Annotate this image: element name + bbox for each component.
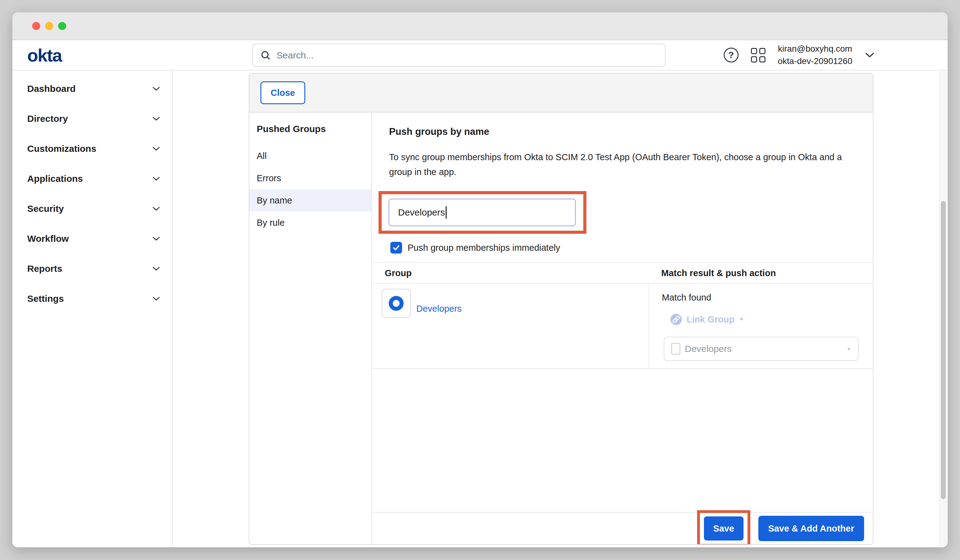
push-immediately-checkbox[interactable]: [390, 242, 402, 254]
sidebar-item-dashboard[interactable]: Dashboard: [12, 74, 172, 104]
account-menu[interactable]: kiran@boxyhq.com okta-dev-20901260: [778, 43, 852, 67]
match-result-cell: Match found: [648, 284, 873, 368]
link-group-label: Link Group: [686, 315, 734, 325]
dropdown-caret-icon: ▼: [846, 346, 851, 352]
sidebar-item-applications[interactable]: Applications: [12, 163, 172, 194]
subnav-title: Pushed Groups: [249, 124, 371, 134]
group-name-input-value: Developers: [398, 207, 445, 218]
save-and-add-another-button[interactable]: Save & Add Another: [758, 516, 864, 541]
okta-group-icon: [382, 289, 411, 318]
group-name-link[interactable]: Developers: [416, 304, 462, 314]
linked-group-dropdown[interactable]: Developers ▼: [664, 337, 859, 361]
table-row: Developers Match found: [372, 284, 873, 369]
form-title: Push groups by name: [389, 126, 873, 137]
push-immediately-row: Push group memberships immediately: [390, 242, 873, 254]
traffic-lights: [32, 22, 66, 30]
zoom-window-icon[interactable]: [58, 22, 66, 30]
form-description: To sync group memberships from Okta to S…: [389, 150, 847, 179]
account-org: okta-dev-20901260: [778, 55, 852, 67]
chevron-down-icon: [152, 146, 160, 151]
account-chevron-down-icon[interactable]: [865, 52, 875, 58]
top-navigation-bar: okta ? kiran@boxyhq.com okta-dev-2090126…: [12, 40, 948, 70]
table-header-row: Group Match result & push action: [372, 263, 873, 284]
search-input[interactable]: [277, 50, 658, 61]
match-table: Group Match result & push action Develop…: [372, 262, 873, 369]
subnav-item-errors[interactable]: Errors: [249, 167, 371, 189]
global-search[interactable]: [252, 43, 666, 67]
chevron-down-icon: [152, 236, 160, 241]
scrollbar-thumb[interactable]: [941, 201, 946, 499]
sidebar-item-directory[interactable]: Directory: [12, 104, 172, 134]
push-immediately-label: Push group memberships immediately: [408, 243, 560, 253]
pushed-groups-subnav: Pushed Groups All Errors By name By rule: [249, 112, 372, 544]
minimize-window-icon[interactable]: [45, 22, 53, 30]
okta-logo: okta: [27, 45, 62, 66]
text-cursor: [446, 206, 446, 219]
account-email: kiran@boxyhq.com: [778, 43, 852, 55]
link-icon: [670, 313, 682, 326]
linked-group-value: Developers: [685, 344, 846, 354]
sidebar-item-settings[interactable]: Settings: [12, 283, 172, 314]
close-window-icon[interactable]: [32, 22, 40, 30]
content-area: Close Pushed Groups All Errors By name B…: [173, 70, 948, 547]
group-cell: Developers: [372, 284, 648, 368]
link-group-button[interactable]: Link Group ▼: [670, 313, 873, 326]
sidebar-item-customizations[interactable]: Customizations: [12, 134, 172, 163]
group-name-input[interactable]: Developers: [389, 198, 576, 226]
panel-footer: Save Save & Add Another: [372, 512, 873, 544]
chevron-down-icon: [152, 116, 160, 121]
annotation-highlight-input: Developers: [379, 191, 586, 234]
annotation-highlight-save: Save: [697, 510, 750, 545]
help-icon[interactable]: ?: [724, 48, 739, 62]
subnav-item-all[interactable]: All: [249, 145, 371, 167]
scrollbar-track[interactable]: [939, 71, 947, 547]
sidebar-item-reports[interactable]: Reports: [12, 254, 172, 283]
chevron-down-icon: [152, 176, 160, 181]
push-groups-panel: Close Pushed Groups All Errors By name B…: [249, 73, 874, 545]
sidebar: Dashboard Directory Customizations Appli…: [12, 70, 173, 547]
checkmark-icon: [392, 244, 400, 252]
link-group-caret-icon: ▼: [739, 316, 744, 323]
column-header-match-result: Match result & push action: [648, 268, 873, 278]
panel-header: Close: [249, 74, 873, 112]
close-button[interactable]: Close: [261, 81, 305, 104]
sidebar-item-workflow[interactable]: Workflow: [12, 224, 172, 254]
window-titlebar: [12, 12, 948, 40]
subnav-item-by-rule[interactable]: By rule: [249, 211, 371, 234]
chevron-down-icon: [152, 86, 160, 91]
search-icon: [261, 50, 271, 61]
chevron-down-icon: [152, 206, 160, 211]
group-donut-icon: [389, 296, 403, 311]
apps-grid-icon[interactable]: [751, 48, 765, 62]
sidebar-item-security[interactable]: Security: [12, 194, 172, 224]
group-placeholder-icon: [671, 343, 680, 355]
subnav-item-by-name[interactable]: By name: [249, 189, 371, 211]
chevron-down-icon: [152, 296, 160, 301]
topnav-right-cluster: ? kiran@boxyhq.com okta-dev-20901260: [724, 40, 875, 70]
push-by-name-form: Push groups by name To sync group member…: [372, 112, 873, 544]
save-button[interactable]: Save: [704, 517, 744, 541]
chevron-down-icon: [152, 266, 160, 271]
match-status-text: Match found: [662, 293, 873, 303]
column-header-group: Group: [372, 268, 648, 278]
browser-window: okta ? kiran@boxyhq.com okta-dev-2090126…: [12, 12, 948, 547]
